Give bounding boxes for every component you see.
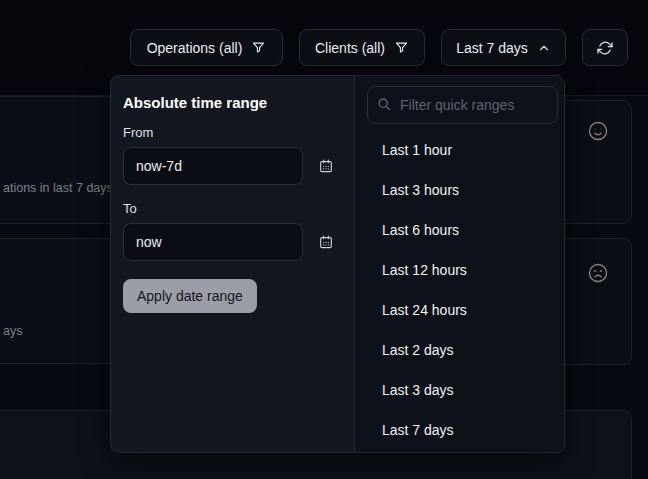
quick-range-last-12-hours[interactable]: Last 12 hours xyxy=(367,250,558,290)
stat-card-label: ations in last 7 days xyxy=(3,181,113,195)
time-range-button[interactable]: Last 7 days xyxy=(441,29,566,66)
quick-ranges-section: Last 1 hour Last 3 hours Last 6 hours La… xyxy=(354,76,565,452)
calendar-icon xyxy=(318,238,334,253)
quick-range-last-3-hours[interactable]: Last 3 hours xyxy=(367,170,558,210)
quick-range-last-1-hour[interactable]: Last 1 hour xyxy=(367,130,558,170)
sad-face-icon xyxy=(587,262,609,284)
stat-card-label: ays xyxy=(3,324,22,338)
quick-range-last-3-days[interactable]: Last 3 days xyxy=(367,370,558,410)
to-input[interactable] xyxy=(123,223,303,261)
quick-range-last-24-hours[interactable]: Last 24 hours xyxy=(367,290,558,330)
to-label: To xyxy=(123,201,342,216)
from-calendar-button[interactable] xyxy=(318,158,334,174)
refresh-icon xyxy=(597,40,613,56)
quick-range-last-6-hours[interactable]: Last 6 hours xyxy=(367,210,558,250)
clients-filter-label: Clients (all) xyxy=(315,40,385,56)
absolute-time-range-section: Absolute time range From To xyxy=(111,76,354,452)
from-input[interactable] xyxy=(123,147,303,185)
refresh-button[interactable] xyxy=(582,29,628,66)
absolute-time-range-title: Absolute time range xyxy=(123,94,342,111)
search-icon xyxy=(377,97,391,111)
funnel-icon xyxy=(394,40,409,55)
operations-filter-label: Operations (all) xyxy=(147,40,243,56)
clients-filter-button[interactable]: Clients (all) xyxy=(299,29,425,66)
quick-range-last-7-days[interactable]: Last 7 days xyxy=(367,410,558,450)
funnel-icon xyxy=(251,40,266,55)
time-range-label: Last 7 days xyxy=(456,40,528,56)
chevron-up-icon xyxy=(537,41,551,55)
operations-filter-button[interactable]: Operations (all) xyxy=(130,29,283,66)
to-calendar-button[interactable] xyxy=(318,234,334,250)
time-range-picker-popover: Absolute time range From To xyxy=(110,75,565,453)
from-label: From xyxy=(123,125,342,140)
apply-date-range-button[interactable]: Apply date range xyxy=(123,279,257,313)
quick-range-last-2-days[interactable]: Last 2 days xyxy=(367,330,558,370)
calendar-icon xyxy=(318,162,334,177)
filter-quick-ranges-input[interactable] xyxy=(367,86,558,124)
smiley-face-icon xyxy=(587,120,609,142)
